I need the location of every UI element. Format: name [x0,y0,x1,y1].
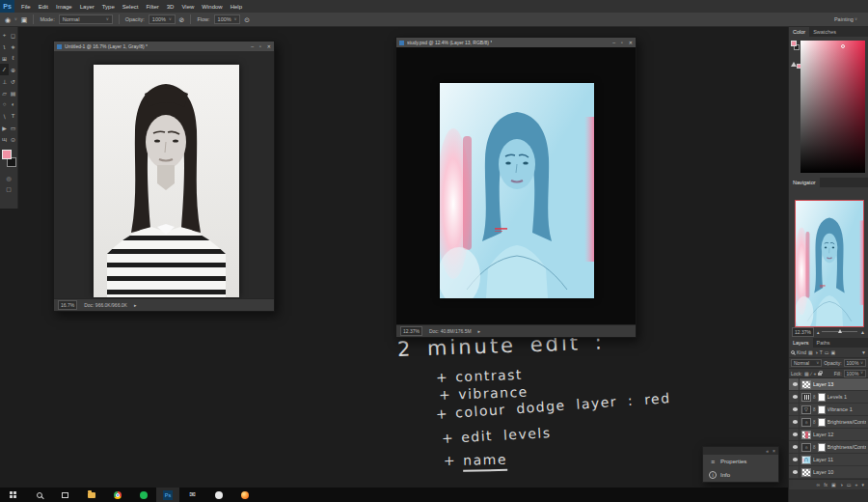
tab-color[interactable]: Color [789,27,809,37]
filter-type-layers-icon[interactable]: T [820,349,823,355]
menu-image[interactable]: Image [52,0,76,13]
status-arrow-icon[interactable]: ▸ [134,302,137,308]
brush-panel-toggle-icon[interactable]: ▣ [21,16,28,23]
firefox-button[interactable] [231,488,258,502]
blend-mode-select[interactable]: Normal ˅ [791,359,822,367]
tab-swatches[interactable]: Swatches [809,27,840,37]
layer-visibility-eye-icon[interactable] [791,466,800,478]
layer-row-layer-13[interactable]: Layer 13 [789,378,868,391]
close-icon[interactable]: ✕ [629,40,633,45]
lock-all-icon[interactable] [818,373,822,376]
maximize-icon[interactable]: ▫ [259,43,261,49]
eyedropper-tool[interactable]: ℓ [9,52,17,64]
type-tool[interactable]: T [9,110,17,122]
layer-row-brightness-contrast-2[interactable]: ☼ 8 Brightness/Contrast [789,441,868,454]
document-window-study[interactable]: study.psd @ 12.4% (Layer 13, RGB/8) * – … [395,37,637,338]
chrome-button[interactable] [104,488,130,502]
brightness-adjustment-icon[interactable]: ☼ [801,443,811,452]
canvas-area-untitled[interactable] [54,51,274,298]
flow-select[interactable]: 100% ˅ [214,14,241,24]
layer-row-levels-1[interactable]: 8 Levels 1 [789,391,868,404]
pressure-opacity-icon[interactable]: ⊘ [179,16,185,23]
shape-tool[interactable]: ▭ [9,122,17,133]
layer-thumbnail[interactable] [801,456,811,464]
brightness-adjustment-icon[interactable]: ☼ [801,418,811,427]
layer-mask-thumbnail[interactable] [818,418,826,427]
color-picker-marker[interactable] [841,44,845,48]
history-brush-tool[interactable]: ↺ [9,75,17,87]
fill-select[interactable]: 100% ˅ [844,370,866,377]
navigator-preview[interactable] [795,200,864,327]
eraser-tool[interactable]: ▱ [0,87,9,98]
brush-tool[interactable]: ∕ [0,64,9,75]
layer-mask-thumbnail[interactable] [818,405,826,414]
collapse-panel-icon[interactable]: « [766,448,769,454]
menu-edit[interactable]: Edit [35,0,52,13]
zoom-in-icon[interactable]: ▲ [860,329,865,335]
filter-shape-layers-icon[interactable]: ▭ [825,349,829,355]
menu-type[interactable]: Type [98,0,119,13]
lock-pixels-icon[interactable]: ∕ [811,371,812,376]
brush-preset-arrow-icon[interactable]: ˅ [14,17,17,22]
window-title-bar[interactable]: Untitled-1 @ 16.7% (Layer 1, Gray/8) * –… [54,42,274,51]
lock-position-icon[interactable]: + [814,371,817,376]
taskbar-search-button[interactable] [26,488,52,502]
layer-thumbnail[interactable] [801,380,811,389]
vibrance-adjustment-icon[interactable]: ▽ [801,405,811,414]
minimize-icon[interactable]: – [612,40,615,45]
canvas-area-study[interactable] [396,47,636,324]
blur-tool[interactable]: ○ [0,98,9,110]
spotify-button[interactable] [130,488,156,502]
lock-transparency-icon[interactable]: ▦ [804,371,809,376]
menu-layer[interactable]: Layer [76,0,98,13]
layer-row-layer-12[interactable]: Layer 12 [789,429,868,441]
new-layer-icon[interactable]: + [855,482,858,488]
opacity-select[interactable]: 100% ˅ [149,14,176,24]
zoom-out-icon[interactable]: ▴ [817,329,820,335]
document-window-untitled[interactable]: Untitled-1 @ 16.7% (Layer 1, Gray/8) * –… [53,41,275,312]
quick-mask-icon[interactable]: ◎ [0,173,17,183]
layer-mask-icon[interactable]: ▣ [831,482,836,488]
layer-style-icon[interactable]: fx [824,482,827,488]
rectangular-marquee-tool[interactable]: ◻ [9,29,17,41]
airbrush-icon[interactable]: ⊙ [244,16,250,23]
navigator-zoom-slider[interactable] [822,331,857,332]
layer-mask-thumbnail[interactable] [818,443,826,452]
pen-tool[interactable]: ∖ [0,110,9,122]
path-selection-tool[interactable]: ▶ [0,122,9,133]
layer-opacity-select[interactable]: 100% ˅ [844,359,866,367]
menu-view[interactable]: View [177,0,198,13]
tab-layers[interactable]: Layers [789,338,813,348]
properties-panel-tab[interactable]: ≡ Properties [703,455,778,468]
menu-filter[interactable]: Filter [142,0,162,13]
layer-visibility-eye-icon[interactable] [791,429,800,440]
mode-select[interactable]: Normal ˅ [59,14,113,24]
filter-smart-object-icon[interactable]: ▣ [831,349,836,355]
layer-group-icon[interactable]: ▭ [847,482,852,488]
layer-visibility-eye-icon[interactable] [791,378,800,390]
healing-brush-tool[interactable]: ⊕ [9,64,17,75]
start-button[interactable] [0,488,26,502]
layer-mask-thumbnail[interactable] [818,393,826,402]
close-icon[interactable]: ✕ [267,43,271,49]
brush-preset-icon[interactable]: ◉ [5,16,11,23]
menu-select[interactable]: Select [119,0,143,13]
link-layers-icon[interactable]: ∞ [817,482,821,488]
menu-window[interactable]: Window [198,0,226,13]
close-panel-icon[interactable]: × [773,448,775,454]
layer-thumbnail[interactable] [801,468,811,477]
menu-help[interactable]: Help [227,0,246,13]
screen-mode-icon[interactable]: ▢ [0,183,17,194]
slider-knob[interactable] [838,329,842,333]
adjustment-layer-icon[interactable]: ◑ [840,482,843,488]
layer-row-brightness-contrast-1[interactable]: ☼ 8 Brightness/Contrast [789,416,868,429]
window-title-bar[interactable]: study.psd @ 12.4% (Layer 13, RGB/8) * – … [396,38,636,47]
layer-visibility-eye-icon[interactable] [791,454,800,465]
maximize-icon[interactable]: ▫ [621,40,623,45]
layer-row-layer-10[interactable]: Layer 10 [789,466,868,479]
minimize-icon[interactable]: – [251,43,254,49]
filter-pixel-layers-icon[interactable]: ▦ [808,349,813,355]
layer-visibility-eye-icon[interactable] [791,391,800,403]
task-view-button[interactable] [52,488,78,502]
filter-funnel-icon[interactable]: ▼ [861,349,866,355]
